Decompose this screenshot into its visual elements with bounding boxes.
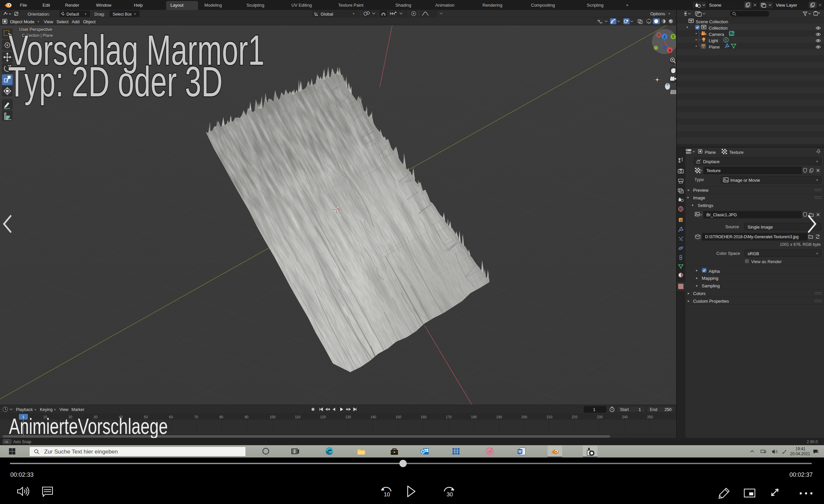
svg-text:X: X [668,48,671,53]
svg-text:Y: Y [672,34,675,38]
svg-text:W: W [518,449,522,453]
svg-text:Typ: 2D oder 3D: Typ: 2D oder 3D [8,58,223,105]
svg-text:Z: Z [663,35,666,39]
svg-text:AnimierteVorschlaege: AnimierteVorschlaege [9,414,168,438]
svg-text:10: 10 [384,491,390,498]
svg-text:30: 30 [446,491,453,498]
